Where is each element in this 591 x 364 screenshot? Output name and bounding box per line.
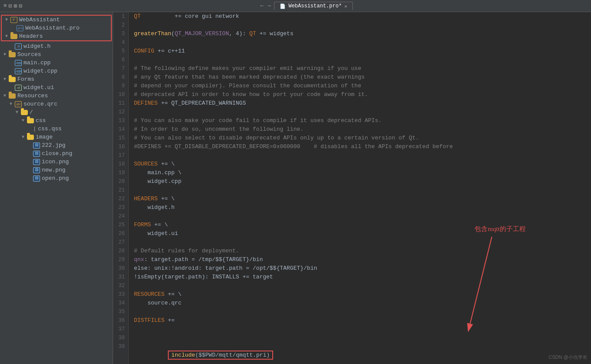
code-line-8: # any Qt feature that has been marked de… bbox=[134, 73, 586, 82]
code-line-24 bbox=[134, 212, 586, 221]
slash-folder-icon bbox=[21, 110, 28, 115]
code-line-22: HEADERS += \ bbox=[134, 195, 586, 203]
code-line-36: DISTFILES += bbox=[134, 316, 586, 325]
sidebar-item-source-qrc[interactable]: .qrc source.qrc bbox=[0, 100, 113, 108]
code-line-17 bbox=[134, 151, 586, 160]
sidebar-item-label: css.qss bbox=[38, 126, 62, 132]
toolbar-icon-filter[interactable]: ⊟ bbox=[9, 3, 12, 10]
sidebar-item-open-png[interactable]: 🖼 open.png bbox=[0, 174, 113, 182]
sidebar-item-main-cpp[interactable]: .cpp main.cpp bbox=[0, 59, 113, 67]
code-line-6 bbox=[134, 56, 586, 64]
sidebar-item-label: Forms bbox=[17, 76, 34, 83]
main-area: P WebAssistant .pro WebAssistant.pro Hea… bbox=[0, 12, 591, 364]
code-line-11: DEFINES += QT_DEPRECATED_WARNINGS bbox=[134, 99, 586, 108]
code-line-19: main.cpp \ bbox=[134, 169, 586, 177]
sidebar-item-root-slash[interactable]: / bbox=[0, 108, 113, 116]
sidebar-item-new-png[interactable]: 🖼 new.png bbox=[0, 166, 113, 174]
code-line-16: #DEFINES += QT_DISABLE_DEPRECATED_BEFORE… bbox=[134, 142, 586, 151]
sidebar-item-label: image bbox=[36, 134, 53, 140]
toolbar-icon-grid[interactable]: ⊟ bbox=[19, 3, 22, 10]
code-line-28: # Default rules for deployment. bbox=[134, 247, 586, 255]
project-icon: P bbox=[10, 17, 17, 23]
title-bar-center: ← → 📄 WebAssistant.pro* ✕ bbox=[26, 2, 588, 10]
code-line-12 bbox=[134, 108, 586, 116]
sidebar-item-webassistant[interactable]: P WebAssistant bbox=[2, 16, 111, 24]
sidebar-item-resources[interactable]: Resources bbox=[0, 92, 113, 100]
code-line-14: # In order to do so, uncomment the follo… bbox=[134, 125, 586, 134]
sidebar-item-label: source.qrc bbox=[23, 101, 57, 107]
code-line-33: RESOURCES += \ bbox=[134, 290, 586, 299]
sidebar-item-pro[interactable]: .pro WebAssistant.pro bbox=[2, 24, 111, 32]
sidebar-item-widget-h[interactable]: .h widget.h bbox=[0, 42, 113, 50]
headers-folder-icon bbox=[10, 34, 17, 39]
nav-back-icon[interactable]: ← bbox=[260, 3, 264, 9]
code-container: 1 2 3 4 5 6 7 8 9 10 11 12 13 14 15 16 1… bbox=[113, 12, 591, 364]
sidebar-item-label: / bbox=[30, 109, 33, 116]
sidebar-item-label: Resources bbox=[17, 93, 48, 99]
sidebar-item-label: close.png bbox=[42, 150, 72, 157]
code-line-20: widget.cpp bbox=[134, 177, 586, 186]
sidebar-item-label: Sources bbox=[17, 51, 41, 58]
sidebar-item-css-qss[interactable]: | css.qss bbox=[0, 125, 113, 133]
code-line-21 bbox=[134, 186, 586, 195]
sidebar-item-widget-cpp[interactable]: .cpp widget.cpp bbox=[0, 67, 113, 75]
sidebar-item-label: 222.jpg bbox=[42, 142, 66, 149]
menu-icon[interactable]: ≡ bbox=[3, 3, 7, 9]
image-folder-icon bbox=[27, 135, 34, 140]
img-file-icon: 🖼 bbox=[33, 167, 40, 173]
watermark: CSDN @小仇学长 bbox=[549, 354, 588, 361]
code-line-1: QT += core gui network bbox=[134, 12, 586, 21]
highlighted-section: P WebAssistant .pro WebAssistant.pro Hea… bbox=[1, 15, 112, 41]
nav-forward-icon[interactable]: → bbox=[267, 3, 271, 9]
img-file-icon: 🖼 bbox=[33, 151, 40, 157]
sidebar-item-label: new.png bbox=[42, 167, 66, 173]
tree-arrow bbox=[2, 52, 8, 57]
sidebar-item-label: widget.ui bbox=[23, 84, 54, 91]
code-lines: QT += core gui network greaterThan(QT_MA… bbox=[129, 12, 591, 364]
sidebar-item-label: WebAssistant.pro bbox=[25, 25, 80, 31]
sidebar-item-css-folder[interactable]: css bbox=[0, 116, 113, 125]
sidebar: P WebAssistant .pro WebAssistant.pro Hea… bbox=[0, 12, 113, 364]
tree-arrow bbox=[20, 118, 26, 123]
img-file-icon: 🖼 bbox=[33, 159, 40, 165]
code-line-31: !isEmpty(target.path): INSTALLS += targe… bbox=[134, 273, 586, 281]
sidebar-item-icon-png[interactable]: 🖼 icon.png bbox=[0, 158, 113, 166]
img-file-icon: 🖼 bbox=[33, 175, 40, 182]
css-folder-icon bbox=[27, 118, 34, 123]
active-tab[interactable]: 📄 WebAssistant.pro* ✕ bbox=[274, 2, 353, 10]
code-line-32 bbox=[134, 281, 586, 290]
code-line-34: source.qrc bbox=[134, 299, 586, 308]
sidebar-item-image-folder[interactable]: image bbox=[0, 133, 113, 141]
toolbar-icon-link[interactable]: ⊞ bbox=[14, 3, 17, 10]
sidebar-item-close-png[interactable]: 🖼 close.png bbox=[0, 149, 113, 158]
tree-arrow bbox=[8, 102, 14, 106]
tab-file-icon: 📄 bbox=[280, 3, 286, 9]
resources-folder-icon bbox=[9, 93, 16, 99]
tab-close-icon[interactable]: ✕ bbox=[344, 3, 347, 9]
ui-file-icon: .ui bbox=[15, 85, 22, 91]
tree-arrow bbox=[2, 77, 8, 82]
qrc-file-icon: .qrc bbox=[15, 101, 22, 107]
h-file-icon: .h bbox=[15, 43, 22, 50]
forms-folder-icon bbox=[9, 77, 16, 82]
include-highlight-box: include($$PWD/mqtt/qmqtt.pri) bbox=[168, 351, 273, 360]
sidebar-item-label: widget.h bbox=[23, 43, 50, 50]
sidebar-item-label: WebAssistant bbox=[19, 17, 60, 23]
code-line-30: else: unix:!android: target.path = /opt/… bbox=[134, 264, 586, 273]
code-line-13: # You can also make your code fail to co… bbox=[134, 116, 586, 125]
sidebar-item-headers[interactable]: Headers bbox=[2, 32, 111, 40]
code-line-29: qnx: target.path = /tmp/$${TARGET}/bin bbox=[134, 255, 586, 264]
sidebar-item-widget-ui[interactable]: .ui widget.ui bbox=[0, 83, 113, 92]
code-line-25: FORMS += \ bbox=[134, 221, 586, 229]
code-line-18: SOURCES += \ bbox=[134, 160, 586, 169]
img-file-icon: 🖼 bbox=[33, 142, 40, 149]
sidebar-item-222-jpg[interactable]: 🖼 222.jpg bbox=[0, 141, 113, 149]
code-line-37 bbox=[134, 325, 586, 334]
pro-file-icon: .pro bbox=[17, 25, 23, 31]
sidebar-item-label: css bbox=[36, 117, 46, 124]
sidebar-item-forms[interactable]: Forms bbox=[0, 75, 113, 83]
title-bar-left: ≡ ⊟ ⊞ ⊟ bbox=[3, 3, 22, 10]
sidebar-item-sources[interactable]: Sources bbox=[0, 50, 113, 59]
qss-file-icon: | bbox=[33, 126, 36, 132]
code-line-4 bbox=[134, 38, 586, 47]
